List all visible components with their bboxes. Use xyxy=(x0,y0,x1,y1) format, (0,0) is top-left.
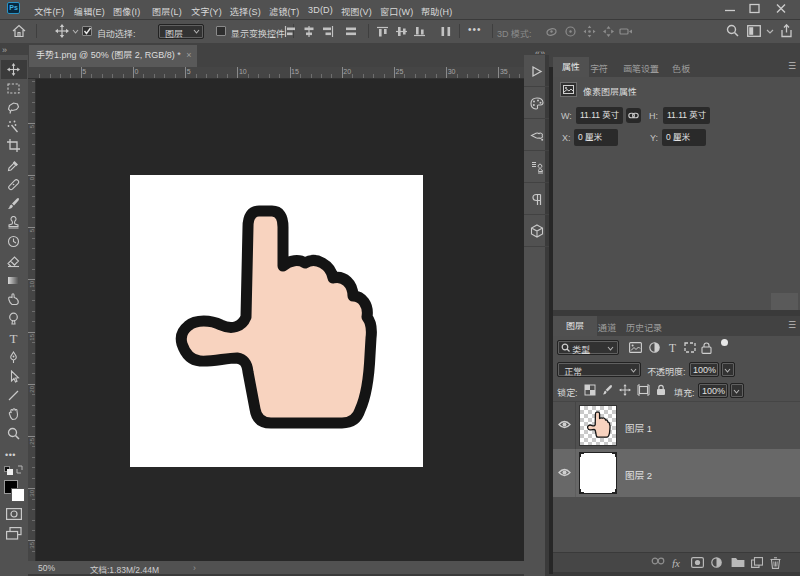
svg-text:T: T xyxy=(10,331,18,344)
svg-text:fx: fx xyxy=(672,557,680,568)
svg-text:T: T xyxy=(669,342,676,353)
